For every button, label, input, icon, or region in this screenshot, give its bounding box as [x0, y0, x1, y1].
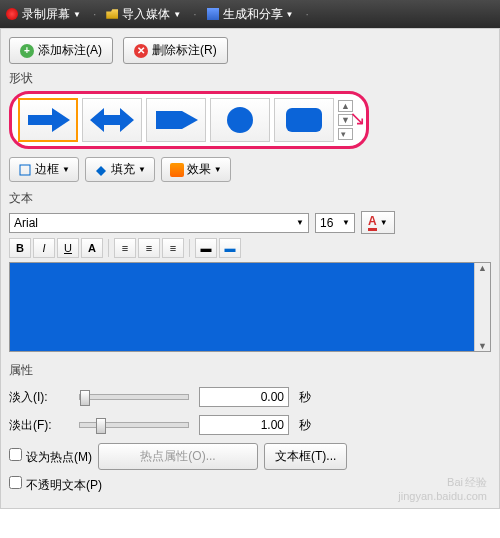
chevron-down-icon: ▼ — [173, 10, 181, 19]
svg-rect-4 — [286, 108, 322, 132]
fadeout-label: 淡出(F): — [9, 417, 69, 434]
unit-label: 秒 — [299, 389, 311, 406]
hotspot-checkbox[interactable]: 设为热点(M) — [9, 448, 92, 466]
scroll-up-icon[interactable]: ▲ — [478, 263, 487, 273]
border-label: 边框 — [35, 161, 59, 178]
separator: · — [193, 7, 196, 21]
effect-button[interactable]: 效果 ▼ — [161, 157, 231, 182]
svg-point-3 — [227, 107, 253, 133]
chevron-down-icon: ▼ — [380, 218, 388, 227]
text-input-area[interactable]: ▲ ▼ — [9, 262, 491, 352]
record-icon — [6, 8, 18, 20]
fadein-value[interactable]: 0.00 — [199, 387, 289, 407]
add-label: 添加标注(A) — [38, 42, 102, 59]
svg-marker-2 — [156, 111, 198, 129]
share-icon — [207, 8, 219, 20]
shape-arrow-right[interactable] — [18, 98, 78, 142]
import-label: 导入媒体 — [122, 6, 170, 23]
annotation-arrow: ↘ — [349, 106, 366, 130]
font-color-icon: A — [368, 214, 377, 231]
share-menu[interactable]: 生成和分享 ▼ — [207, 6, 294, 23]
shape-section-label: 形状 — [9, 70, 491, 87]
chevron-down-icon: ▼ — [62, 165, 70, 174]
font-color-button[interactable]: A ▼ — [361, 211, 395, 234]
props-section-label: 属性 — [9, 362, 491, 379]
text-section-label: 文本 — [9, 190, 491, 207]
separator — [108, 239, 109, 257]
x-icon: ✕ — [134, 44, 148, 58]
valign2-button[interactable]: ▬ — [219, 238, 241, 258]
italic-button[interactable]: I — [33, 238, 55, 258]
shape-arrow-pointer[interactable] — [146, 98, 206, 142]
pencil-icon — [18, 163, 32, 177]
fadein-label: 淡入(I): — [9, 389, 69, 406]
shape-arrow-double[interactable] — [82, 98, 142, 142]
share-label: 生成和分享 — [223, 6, 283, 23]
hotspot-props-button[interactable]: 热点属性(O)... — [98, 443, 258, 470]
effect-icon — [170, 163, 184, 177]
chevron-down-icon: ▼ — [286, 10, 294, 19]
record-label: 录制屏幕 — [22, 6, 70, 23]
bucket-icon — [94, 163, 108, 177]
scroll-down-icon[interactable]: ▼ — [478, 341, 487, 351]
add-annotation-button[interactable]: + 添加标注(A) — [9, 37, 113, 64]
remove-annotation-button[interactable]: ✕ 删除标注(R) — [123, 37, 228, 64]
valign-button[interactable]: ▬ — [195, 238, 217, 258]
fadeout-value[interactable]: 1.00 — [199, 415, 289, 435]
font-size-value: 16 — [320, 216, 333, 230]
import-menu[interactable]: 导入媒体 ▼ — [106, 6, 181, 23]
separator: · — [305, 7, 308, 21]
remove-label: 删除标注(R) — [152, 42, 217, 59]
align-center-button[interactable]: ≡ — [138, 238, 160, 258]
chevron-down-icon: ▼ — [138, 165, 146, 174]
font-name-select[interactable]: Arial ▼ — [9, 213, 309, 233]
fadeout-slider[interactable] — [79, 422, 189, 428]
scrollbar-vertical[interactable]: ▲ ▼ — [474, 263, 490, 351]
bold-button[interactable]: B — [9, 238, 31, 258]
titlebar: 录制屏幕 ▼ · 导入媒体 ▼ · 生成和分享 ▼ · — [0, 0, 500, 28]
shape-circle[interactable] — [210, 98, 270, 142]
svg-rect-5 — [20, 165, 30, 175]
fill-button[interactable]: 填充 ▼ — [85, 157, 155, 182]
opaque-text-checkbox[interactable]: 不透明文本(P) — [9, 476, 102, 494]
separator: · — [93, 7, 96, 21]
svg-marker-0 — [28, 108, 70, 132]
text-color-button[interactable]: A — [81, 238, 103, 258]
border-button[interactable]: 边框 ▼ — [9, 157, 79, 182]
textbox-button[interactable]: 文本框(T)... — [264, 443, 347, 470]
underline-button[interactable]: U — [57, 238, 79, 258]
main-panel: + 添加标注(A) ✕ 删除标注(R) 形状 — [0, 28, 500, 509]
chevron-down-icon: ▼ — [214, 165, 222, 174]
unit-label: 秒 — [299, 417, 311, 434]
font-size-select[interactable]: 16 ▼ — [315, 213, 355, 233]
watermark: Bai经验 jingyan.baidu.com — [398, 475, 487, 502]
separator — [189, 239, 190, 257]
svg-marker-1 — [90, 108, 134, 132]
font-name-value: Arial — [14, 216, 38, 230]
effect-label: 效果 — [187, 161, 211, 178]
chevron-down-icon: ▼ — [73, 10, 81, 19]
align-left-button[interactable]: ≡ — [114, 238, 136, 258]
folder-icon — [106, 8, 118, 20]
shape-rounded-rect[interactable] — [274, 98, 334, 142]
chevron-down-icon: ▼ — [296, 218, 304, 227]
record-menu[interactable]: 录制屏幕 ▼ — [6, 6, 81, 23]
fadein-slider[interactable] — [79, 394, 189, 400]
align-right-button[interactable]: ≡ — [162, 238, 184, 258]
fill-label: 填充 — [111, 161, 135, 178]
plus-icon: + — [20, 44, 34, 58]
chevron-down-icon: ▼ — [342, 218, 350, 227]
shape-gallery: ▲ ▼ ▾ — [9, 91, 369, 149]
